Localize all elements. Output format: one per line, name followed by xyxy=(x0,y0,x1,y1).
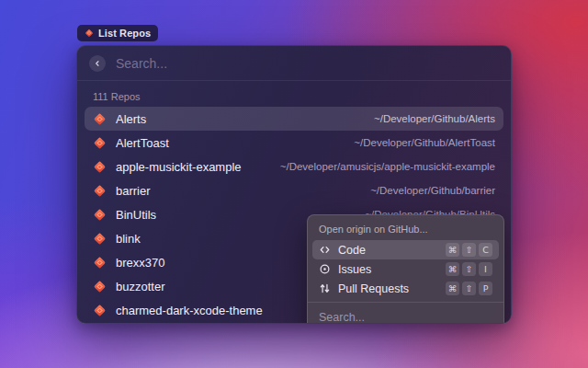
keycap: ⇧ xyxy=(462,282,476,295)
actions-menu-header: Open origin on GitHub... xyxy=(308,215,503,237)
repo-name: Alerts xyxy=(116,112,146,126)
shortcut-keys: ⌘⇧C xyxy=(446,243,492,257)
repo-diamond-icon xyxy=(93,304,107,317)
repo-diamond-icon xyxy=(93,184,107,198)
repo-name: brexx370 xyxy=(116,256,164,270)
keycap: ⇧ xyxy=(462,243,476,257)
keycap: ⌘ xyxy=(446,282,459,295)
keycap: ⌘ xyxy=(446,262,459,276)
repo-name: apple-musickit-example xyxy=(116,160,242,174)
launcher-window: Search... 111 Repos Alerts ~/Developer/G… xyxy=(76,45,512,324)
issues-icon xyxy=(319,263,331,275)
repo-name: charmed-dark-xcode-theme xyxy=(116,304,263,317)
repo-path: ~/Developer/amusicjs/apple-musickit-exam… xyxy=(280,161,495,172)
keycap: ⇧ xyxy=(462,262,476,276)
menu-item-label: Code xyxy=(338,244,366,257)
repo-name: buzzotter xyxy=(116,280,164,293)
command-pill-label: List Repos xyxy=(98,28,151,39)
pull-request-icon xyxy=(319,282,331,294)
keycap: C xyxy=(479,243,492,257)
repo-name: blink xyxy=(116,232,141,246)
actions-menu: Open origin on GitHub... Code ⌘⇧C Issues… xyxy=(307,214,504,324)
repo-name: AlertToast xyxy=(116,136,169,150)
repo-list-item[interactable]: apple-musickit-example ~/Developer/amusi… xyxy=(85,155,503,178)
repo-list-item[interactable]: barrier ~/Developer/Github/barrier xyxy=(85,178,503,202)
repo-diamond-icon xyxy=(85,29,94,38)
back-button[interactable] xyxy=(89,55,106,72)
keycap: ⌘ xyxy=(446,243,459,257)
menu-item-label: Pull Requests xyxy=(338,282,409,295)
chevron-left-icon xyxy=(93,59,102,68)
repo-path: ~/Developer/Github/barrier xyxy=(370,185,495,196)
repo-diamond-icon xyxy=(93,232,107,246)
repo-list-item[interactable]: AlertToast ~/Developer/Github/AlertToast xyxy=(85,131,503,155)
repo-name: barrier xyxy=(116,184,151,198)
search-bar[interactable]: Search... xyxy=(77,46,511,81)
repo-name: BinUtils xyxy=(116,208,156,222)
repo-diamond-icon xyxy=(93,112,107,126)
repo-diamond-icon xyxy=(93,208,107,222)
section-header: 111 Repos xyxy=(93,91,495,102)
code-icon xyxy=(319,244,331,256)
repo-list-item[interactable]: Alerts ~/Developer/Github/Alerts xyxy=(85,107,503,131)
keycap: I xyxy=(479,262,492,276)
repo-path: ~/Developer/Github/AlertToast xyxy=(354,137,495,148)
desktop-wallpaper: List Repos Search... 111 Repos Alerts ~/… xyxy=(0,0,588,368)
repo-diamond-icon xyxy=(93,160,107,174)
keycap: P xyxy=(479,282,492,295)
repo-diamond-icon xyxy=(93,136,107,150)
shortcut-keys: ⌘⇧P xyxy=(446,282,492,295)
command-pill-list-repos[interactable]: List Repos xyxy=(77,25,158,41)
menu-item-label: Issues xyxy=(338,263,371,276)
search-input[interactable]: Search... xyxy=(116,56,167,71)
repo-path: ~/Developer/Github/Alerts xyxy=(374,113,495,124)
shortcut-keys: ⌘⇧I xyxy=(446,262,492,276)
repo-diamond-icon xyxy=(93,280,107,293)
repo-diamond-icon xyxy=(93,256,107,270)
menu-item[interactable]: Issues ⌘⇧I xyxy=(312,259,499,279)
menu-item[interactable]: Pull Requests ⌘⇧P xyxy=(312,279,499,298)
menu-item[interactable]: Code ⌘⇧C xyxy=(312,240,499,259)
actions-search-input[interactable]: Search... xyxy=(308,303,503,324)
